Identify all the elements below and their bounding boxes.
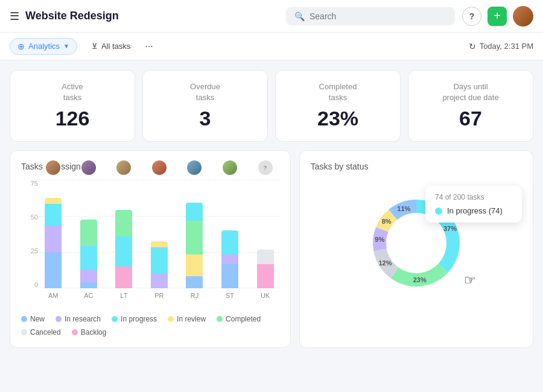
bar-group: PR (145, 180, 174, 288)
legend-label: Completed (226, 315, 261, 323)
stat-label: Overduetasks (155, 81, 255, 103)
bar-segment (151, 247, 168, 274)
donut-area: 37%23%12%9%8%11% 74 of 200 tasks In prog… (311, 180, 522, 306)
bar-segment (221, 230, 238, 254)
bar-chart-card: Tasks by assignee 7550250AMACLTPRRJST?UK… (10, 150, 291, 348)
toolbar: ⊕ Analytics ▼ ⊻ All tasks ··· ↻ Today, 2… (0, 33, 543, 60)
stat-label: Days untilproject due date (421, 81, 521, 103)
help-button[interactable]: ? (462, 7, 481, 26)
bar-segment (186, 221, 203, 254)
search-input[interactable] (310, 11, 446, 21)
legend-dot (21, 316, 27, 322)
legend-dot (72, 329, 78, 335)
bar-label: PR (154, 292, 164, 299)
stat-value: 23% (288, 107, 388, 130)
legend-dot (112, 316, 118, 322)
bar-segment (80, 282, 97, 288)
bar-segment (80, 220, 97, 246)
stat-value: 126 (22, 107, 122, 130)
tooltip-title: 74 of 200 tasks (435, 193, 512, 201)
analytics-icon: ⊕ (17, 42, 25, 51)
bar-segment (221, 264, 238, 288)
bar-segment (257, 250, 274, 264)
legend-label: New (30, 315, 45, 323)
bar-segment (45, 204, 62, 226)
add-button[interactable]: + (487, 7, 507, 26)
avatar-initials (513, 6, 533, 27)
more-options-button[interactable]: ··· (140, 39, 157, 54)
bar-group: RJ (180, 180, 209, 288)
legend-item: Backlog (72, 328, 107, 337)
bar-segment (151, 241, 168, 247)
bar-segments (186, 203, 203, 288)
header-actions: ? + (462, 6, 533, 27)
hamburger-icon[interactable]: ☰ (10, 10, 19, 23)
bar-segment (186, 254, 203, 276)
bar-group: AM (39, 180, 68, 288)
bar-segment (186, 276, 203, 288)
legend-item: Completed (217, 315, 261, 323)
legend-label: Backlog (81, 328, 107, 337)
stat-label: Activetasks (22, 81, 122, 103)
bar-segments (151, 241, 168, 288)
bar-group: ST (216, 180, 244, 288)
bar-avatar: ? (257, 159, 274, 176)
bar-segments (221, 230, 238, 288)
legend-label: In research (65, 315, 101, 323)
filter-button[interactable]: ⊻ All tasks (86, 39, 136, 54)
legend-dot (21, 329, 27, 335)
search-bar: 🔍 (286, 7, 455, 25)
bar-segment (115, 236, 132, 267)
bar-avatar (151, 159, 168, 176)
bar-segments (115, 210, 132, 288)
avatar[interactable] (513, 6, 533, 27)
bar-label: UK (261, 292, 270, 299)
stat-value: 3 (155, 107, 255, 130)
legend-dot (168, 316, 174, 322)
bar-avatar (45, 159, 62, 176)
main-content: Activetasks 126Overduetasks 3Completedta… (0, 60, 543, 358)
bar-avatar (186, 159, 203, 176)
bar-segment (115, 267, 132, 288)
filter-icon: ⊻ (92, 42, 98, 51)
analytics-label: Analytics (28, 42, 60, 51)
bar-label: ST (226, 292, 234, 299)
donut-tooltip: 74 of 200 tasks In progress (74) (425, 186, 522, 223)
legend-dot (56, 316, 62, 322)
cursor-icon: ☞ (464, 273, 476, 288)
stats-row: Activetasks 126Overduetasks 3Completedta… (10, 70, 533, 142)
bar-segment (186, 203, 203, 221)
legend-item: In review (168, 315, 206, 323)
legend-label: Canceled (30, 328, 61, 337)
bar-label: LT (120, 292, 127, 299)
bar-segment (45, 252, 62, 288)
legend-item: Canceled (21, 328, 61, 337)
bar-segment (221, 254, 238, 264)
chevron-down-icon: ▼ (63, 43, 69, 49)
donut-label: 12% (378, 259, 392, 267)
bar-segment (45, 226, 62, 252)
refresh-icon[interactable]: ↻ (469, 42, 476, 51)
bar-group: AC (75, 180, 103, 288)
legend: New In research In progress In review Co… (21, 315, 279, 337)
donut-label: 37% (443, 225, 457, 232)
stat-card: Completedtasks 23% (275, 70, 401, 142)
bar-group: ?UK (251, 180, 279, 288)
legend-label: In review (177, 315, 206, 323)
page-title: Website Redesign (25, 10, 119, 22)
donut-chart-card: Tasks by status 37%23%12%9%8%11% 74 of 2… (299, 150, 533, 348)
bar-segments (257, 250, 274, 288)
legend-label: In progress (121, 315, 157, 323)
donut-label: 8% (382, 218, 392, 226)
stat-value: 67 (421, 107, 521, 130)
legend-item: In research (56, 315, 101, 323)
bar-label: AC (84, 292, 93, 299)
analytics-button[interactable]: ⊕ Analytics ▼ (10, 38, 77, 55)
stat-card: Activetasks 126 (10, 70, 135, 142)
legend-item: In progress (112, 315, 157, 323)
y-axis: 7550250 (21, 180, 38, 288)
bar-label: RJ (191, 292, 198, 299)
bar-segment (151, 274, 168, 288)
bar-segments (45, 198, 62, 288)
bar-label: AM (48, 292, 59, 299)
